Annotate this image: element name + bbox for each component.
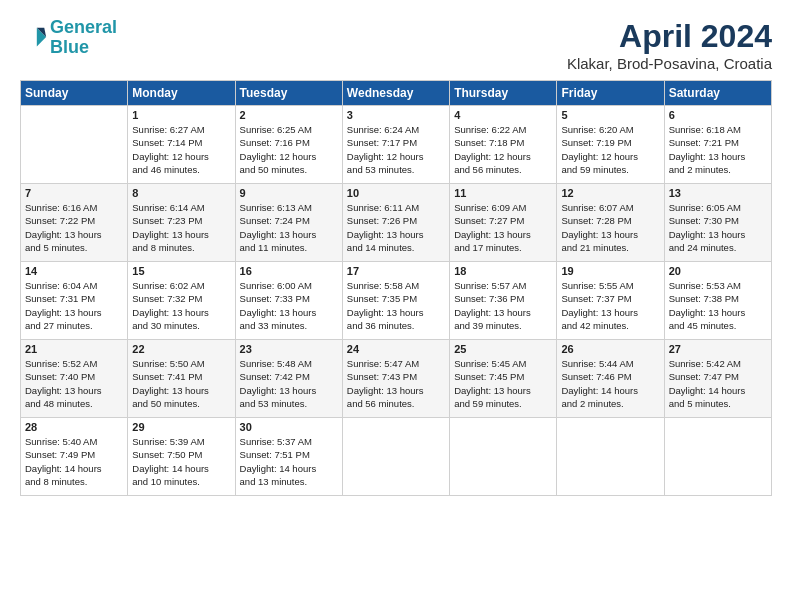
- calendar-cell: 28Sunrise: 5:40 AM Sunset: 7:49 PM Dayli…: [21, 418, 128, 496]
- day-number: 2: [240, 109, 338, 121]
- logo-text: General Blue: [50, 18, 117, 58]
- day-number: 19: [561, 265, 659, 277]
- calendar-cell: 2Sunrise: 6:25 AM Sunset: 7:16 PM Daylig…: [235, 106, 342, 184]
- cell-content: Sunrise: 5:58 AM Sunset: 7:35 PM Dayligh…: [347, 279, 445, 332]
- cell-content: Sunrise: 5:40 AM Sunset: 7:49 PM Dayligh…: [25, 435, 123, 488]
- cell-content: Sunrise: 6:00 AM Sunset: 7:33 PM Dayligh…: [240, 279, 338, 332]
- calendar-cell: 23Sunrise: 5:48 AM Sunset: 7:42 PM Dayli…: [235, 340, 342, 418]
- day-number: 28: [25, 421, 123, 433]
- day-number: 26: [561, 343, 659, 355]
- location: Klakar, Brod-Posavina, Croatia: [567, 55, 772, 72]
- cell-content: Sunrise: 5:45 AM Sunset: 7:45 PM Dayligh…: [454, 357, 552, 410]
- calendar-cell: 12Sunrise: 6:07 AM Sunset: 7:28 PM Dayli…: [557, 184, 664, 262]
- calendar-cell: 17Sunrise: 5:58 AM Sunset: 7:35 PM Dayli…: [342, 262, 449, 340]
- day-number: 17: [347, 265, 445, 277]
- day-number: 16: [240, 265, 338, 277]
- day-number: 27: [669, 343, 767, 355]
- cell-content: Sunrise: 5:47 AM Sunset: 7:43 PM Dayligh…: [347, 357, 445, 410]
- calendar-cell: 4Sunrise: 6:22 AM Sunset: 7:18 PM Daylig…: [450, 106, 557, 184]
- calendar-cell: 27Sunrise: 5:42 AM Sunset: 7:47 PM Dayli…: [664, 340, 771, 418]
- cell-content: Sunrise: 5:53 AM Sunset: 7:38 PM Dayligh…: [669, 279, 767, 332]
- day-number: 1: [132, 109, 230, 121]
- day-number: 7: [25, 187, 123, 199]
- calendar-cell: 16Sunrise: 6:00 AM Sunset: 7:33 PM Dayli…: [235, 262, 342, 340]
- day-number: 15: [132, 265, 230, 277]
- weekday-header-row: SundayMondayTuesdayWednesdayThursdayFrid…: [21, 81, 772, 106]
- day-number: 11: [454, 187, 552, 199]
- calendar-cell: 11Sunrise: 6:09 AM Sunset: 7:27 PM Dayli…: [450, 184, 557, 262]
- cell-content: Sunrise: 5:52 AM Sunset: 7:40 PM Dayligh…: [25, 357, 123, 410]
- calendar-cell: 1Sunrise: 6:27 AM Sunset: 7:14 PM Daylig…: [128, 106, 235, 184]
- cell-content: Sunrise: 6:25 AM Sunset: 7:16 PM Dayligh…: [240, 123, 338, 176]
- day-number: 30: [240, 421, 338, 433]
- day-number: 12: [561, 187, 659, 199]
- day-number: 14: [25, 265, 123, 277]
- calendar-cell: 24Sunrise: 5:47 AM Sunset: 7:43 PM Dayli…: [342, 340, 449, 418]
- weekday-header: Saturday: [664, 81, 771, 106]
- cell-content: Sunrise: 5:48 AM Sunset: 7:42 PM Dayligh…: [240, 357, 338, 410]
- calendar-week-row: 7Sunrise: 6:16 AM Sunset: 7:22 PM Daylig…: [21, 184, 772, 262]
- calendar-cell: 18Sunrise: 5:57 AM Sunset: 7:36 PM Dayli…: [450, 262, 557, 340]
- calendar-cell: 19Sunrise: 5:55 AM Sunset: 7:37 PM Dayli…: [557, 262, 664, 340]
- cell-content: Sunrise: 6:22 AM Sunset: 7:18 PM Dayligh…: [454, 123, 552, 176]
- weekday-header: Friday: [557, 81, 664, 106]
- cell-content: Sunrise: 5:50 AM Sunset: 7:41 PM Dayligh…: [132, 357, 230, 410]
- cell-content: Sunrise: 6:09 AM Sunset: 7:27 PM Dayligh…: [454, 201, 552, 254]
- title-block: April 2024 Klakar, Brod-Posavina, Croati…: [567, 18, 772, 72]
- calendar-cell: 22Sunrise: 5:50 AM Sunset: 7:41 PM Dayli…: [128, 340, 235, 418]
- cell-content: Sunrise: 5:37 AM Sunset: 7:51 PM Dayligh…: [240, 435, 338, 488]
- calendar-cell: 9Sunrise: 6:13 AM Sunset: 7:24 PM Daylig…: [235, 184, 342, 262]
- day-number: 22: [132, 343, 230, 355]
- weekday-header: Thursday: [450, 81, 557, 106]
- calendar-week-row: 14Sunrise: 6:04 AM Sunset: 7:31 PM Dayli…: [21, 262, 772, 340]
- cell-content: Sunrise: 5:44 AM Sunset: 7:46 PM Dayligh…: [561, 357, 659, 410]
- cell-content: Sunrise: 5:57 AM Sunset: 7:36 PM Dayligh…: [454, 279, 552, 332]
- calendar-cell: 6Sunrise: 6:18 AM Sunset: 7:21 PM Daylig…: [664, 106, 771, 184]
- calendar-cell: [664, 418, 771, 496]
- weekday-header: Wednesday: [342, 81, 449, 106]
- weekday-header: Monday: [128, 81, 235, 106]
- day-number: 9: [240, 187, 338, 199]
- month-title: April 2024: [567, 18, 772, 55]
- day-number: 3: [347, 109, 445, 121]
- header: General Blue April 2024 Klakar, Brod-Pos…: [20, 18, 772, 72]
- calendar-cell: 21Sunrise: 5:52 AM Sunset: 7:40 PM Dayli…: [21, 340, 128, 418]
- logo: General Blue: [20, 18, 117, 58]
- day-number: 4: [454, 109, 552, 121]
- cell-content: Sunrise: 6:24 AM Sunset: 7:17 PM Dayligh…: [347, 123, 445, 176]
- day-number: 10: [347, 187, 445, 199]
- day-number: 29: [132, 421, 230, 433]
- calendar-cell: 10Sunrise: 6:11 AM Sunset: 7:26 PM Dayli…: [342, 184, 449, 262]
- logo-icon: [20, 24, 48, 52]
- calendar-cell: 30Sunrise: 5:37 AM Sunset: 7:51 PM Dayli…: [235, 418, 342, 496]
- calendar-table: SundayMondayTuesdayWednesdayThursdayFrid…: [20, 80, 772, 496]
- cell-content: Sunrise: 6:16 AM Sunset: 7:22 PM Dayligh…: [25, 201, 123, 254]
- calendar-cell: 20Sunrise: 5:53 AM Sunset: 7:38 PM Dayli…: [664, 262, 771, 340]
- day-number: 25: [454, 343, 552, 355]
- cell-content: Sunrise: 6:02 AM Sunset: 7:32 PM Dayligh…: [132, 279, 230, 332]
- cell-content: Sunrise: 6:05 AM Sunset: 7:30 PM Dayligh…: [669, 201, 767, 254]
- calendar-cell: [342, 418, 449, 496]
- cell-content: Sunrise: 6:18 AM Sunset: 7:21 PM Dayligh…: [669, 123, 767, 176]
- calendar-cell: 5Sunrise: 6:20 AM Sunset: 7:19 PM Daylig…: [557, 106, 664, 184]
- day-number: 8: [132, 187, 230, 199]
- calendar-cell: 13Sunrise: 6:05 AM Sunset: 7:30 PM Dayli…: [664, 184, 771, 262]
- day-number: 24: [347, 343, 445, 355]
- day-number: 21: [25, 343, 123, 355]
- calendar-cell: 29Sunrise: 5:39 AM Sunset: 7:50 PM Dayli…: [128, 418, 235, 496]
- calendar-cell: 26Sunrise: 5:44 AM Sunset: 7:46 PM Dayli…: [557, 340, 664, 418]
- cell-content: Sunrise: 6:20 AM Sunset: 7:19 PM Dayligh…: [561, 123, 659, 176]
- calendar-week-row: 1Sunrise: 6:27 AM Sunset: 7:14 PM Daylig…: [21, 106, 772, 184]
- calendar-cell: 14Sunrise: 6:04 AM Sunset: 7:31 PM Dayli…: [21, 262, 128, 340]
- cell-content: Sunrise: 5:42 AM Sunset: 7:47 PM Dayligh…: [669, 357, 767, 410]
- calendar-cell: [450, 418, 557, 496]
- calendar-cell: 7Sunrise: 6:16 AM Sunset: 7:22 PM Daylig…: [21, 184, 128, 262]
- cell-content: Sunrise: 6:14 AM Sunset: 7:23 PM Dayligh…: [132, 201, 230, 254]
- day-number: 6: [669, 109, 767, 121]
- calendar-cell: [557, 418, 664, 496]
- cell-content: Sunrise: 6:07 AM Sunset: 7:28 PM Dayligh…: [561, 201, 659, 254]
- calendar-cell: [21, 106, 128, 184]
- cell-content: Sunrise: 6:11 AM Sunset: 7:26 PM Dayligh…: [347, 201, 445, 254]
- cell-content: Sunrise: 6:04 AM Sunset: 7:31 PM Dayligh…: [25, 279, 123, 332]
- calendar-cell: 15Sunrise: 6:02 AM Sunset: 7:32 PM Dayli…: [128, 262, 235, 340]
